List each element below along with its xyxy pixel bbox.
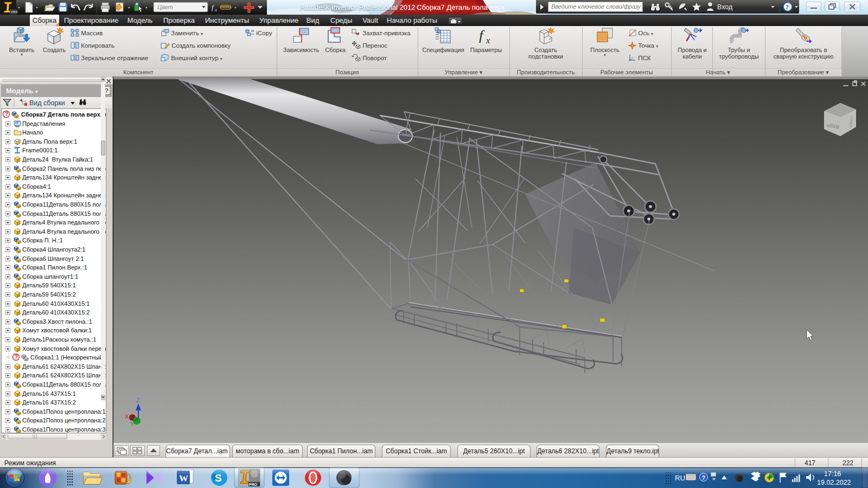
svg-text:X: X	[125, 413, 129, 420]
svg-text:17:16: 17:16	[824, 470, 841, 478]
svg-text:Цвет: Цвет	[157, 4, 173, 10]
svg-text:Вход: Вход	[717, 3, 733, 11]
svg-text:PRO: PRO	[249, 483, 258, 486]
svg-text:?: ?	[702, 474, 706, 481]
svg-text:x: x	[486, 36, 490, 44]
svg-text:RU: RU	[675, 474, 685, 482]
svg-text:f: f	[479, 28, 485, 43]
svg-text:Вид сборки: Вид сборки	[29, 99, 65, 107]
svg-text:19.02.2022: 19.02.2022	[817, 479, 851, 486]
svg-text:?: ?	[786, 3, 789, 11]
svg-text:x: x	[214, 7, 217, 12]
svg-text:PRO: PRO	[11, 10, 18, 14]
svg-text:?: ?	[105, 87, 108, 94]
svg-text:S: S	[215, 472, 222, 484]
svg-text:Верх: Верх	[826, 123, 840, 131]
svg-text:Y: Y	[130, 421, 135, 427]
svg-text:Z: Z	[136, 397, 140, 403]
svg-text:W: W	[179, 473, 188, 484]
